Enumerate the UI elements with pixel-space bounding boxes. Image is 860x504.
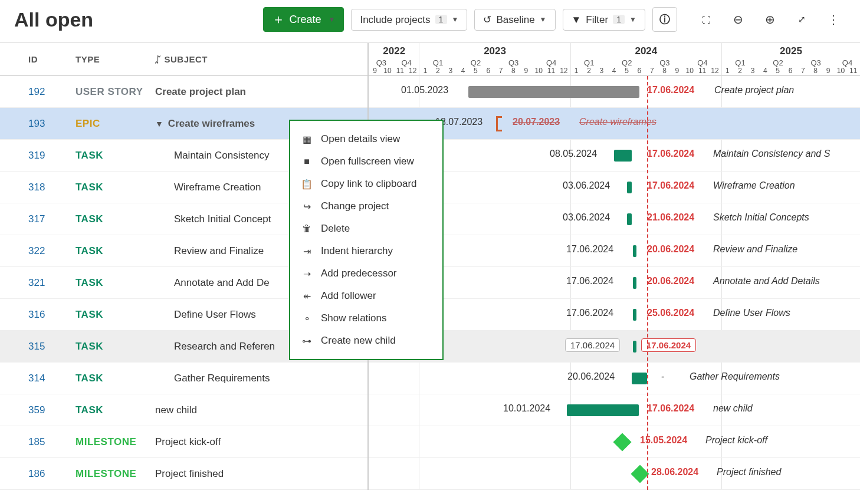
gantt-month: 9 <box>671 67 683 75</box>
start-date: 17.06.2024 <box>566 244 613 255</box>
gantt-bar[interactable] <box>627 182 632 193</box>
end-date: 17.06.2024 <box>647 403 694 414</box>
menu-item-icon: ⊶ <box>301 335 313 347</box>
context-menu-item[interactable]: ▦Open details view <box>290 128 442 150</box>
column-type[interactable]: TYPE <box>76 54 155 64</box>
info-button[interactable]: ⓘ <box>652 7 677 32</box>
plus-icon: ＋ <box>272 15 285 23</box>
include-projects-label: Include projects <box>360 15 430 25</box>
wp-subject[interactable]: Project finished <box>155 468 367 480</box>
wp-id[interactable]: 359 <box>28 404 76 416</box>
include-projects-count: 1 <box>435 15 447 24</box>
context-menu-item[interactable]: ↞Add follower <box>290 285 442 307</box>
gantt-bar[interactable] <box>633 245 636 257</box>
milestone-marker[interactable] <box>613 433 631 451</box>
table-row[interactable]: 186MILESTONEProject finished <box>0 458 367 490</box>
baseline-dropdown[interactable]: ↺ Baseline ▼ <box>474 9 555 31</box>
kebab-icon: ⋮ <box>828 12 839 27</box>
milestone-marker[interactable] <box>631 465 649 483</box>
wp-subject-text: Review and Finalize <box>174 245 264 257</box>
table-row[interactable]: 185MILESTONEProject kick-off <box>0 426 367 458</box>
gantt-year: 2023 <box>419 45 570 57</box>
gantt-bar[interactable] <box>496 116 502 131</box>
fit-button[interactable]: ⛶ <box>694 7 718 32</box>
more-menu-button[interactable]: ⋮ <box>821 7 846 32</box>
start-date: 17.06.2024 <box>565 338 620 352</box>
gantt-month: 3 <box>444 67 457 75</box>
wp-id[interactable]: 322 <box>28 245 76 257</box>
gantt-subject-label: Review and Finalize <box>713 244 797 255</box>
wp-type: TASK <box>76 150 155 162</box>
wp-id[interactable]: 193 <box>28 118 76 130</box>
wp-id[interactable]: 315 <box>28 341 76 353</box>
gantt-row[interactable]: 01.05.202317.06.2024Create project plan <box>369 76 860 108</box>
gantt-month: 10 <box>381 67 393 75</box>
gantt-bar[interactable] <box>633 341 636 353</box>
gantt-row[interactable]: 20.06.2024-Gather Requirements <box>369 363 860 394</box>
wp-id[interactable]: 192 <box>28 86 76 98</box>
wp-id[interactable]: 185 <box>28 436 76 448</box>
gantt-month: 3 <box>595 67 608 75</box>
wp-id[interactable]: 321 <box>28 277 76 289</box>
table-row[interactable]: 314TASKGather Requirements <box>0 363 367 394</box>
gantt-bar[interactable] <box>614 150 632 162</box>
wp-id[interactable]: 314 <box>28 373 76 384</box>
end-date: 20.07.2023 <box>513 117 560 127</box>
gantt-row[interactable]: 10.01.202417.06.2024new child <box>369 394 860 426</box>
column-id[interactable]: ID <box>28 54 76 64</box>
zoom-out-button[interactable]: ⊖ <box>726 7 750 32</box>
menu-item-label: Add follower <box>321 290 376 302</box>
context-menu-item[interactable]: ⚬Show relations <box>290 307 442 330</box>
chevron-down-icon[interactable]: ▼ <box>155 119 163 129</box>
gantt-subject-label: Maintain Consistency and S <box>713 149 830 159</box>
gantt-month: 4 <box>457 67 469 75</box>
wp-subject[interactable]: new child <box>155 404 367 416</box>
create-button[interactable]: ＋ Create ▼ <box>263 7 344 32</box>
gantt-bar[interactable] <box>627 213 632 225</box>
gantt-month: 6 <box>633 67 645 75</box>
context-menu-item[interactable]: 🗑Delete <box>290 218 442 240</box>
context-menu-item[interactable]: ↪Change project <box>290 195 442 218</box>
gantt-bar[interactable] <box>567 404 639 416</box>
zoom-in-button[interactable]: ⊕ <box>757 7 782 32</box>
table-row[interactable]: 192USER STORYCreate project plan <box>0 76 367 108</box>
wp-subject[interactable]: Project kick-off <box>155 436 367 448</box>
wp-subject[interactable]: Gather Requirements <box>155 373 367 384</box>
menu-item-label: Change project <box>321 200 389 212</box>
fullscreen-button[interactable]: ⤢ <box>789 7 814 32</box>
context-menu-item[interactable]: ➝Add predecessor <box>290 262 442 285</box>
column-subject[interactable]: ᛢ SUBJECT <box>155 54 367 64</box>
gantt-month: 8 <box>809 67 822 75</box>
gantt-bar[interactable] <box>633 309 636 321</box>
wp-subject-text: Define User Flows <box>174 309 256 321</box>
gantt-bar[interactable] <box>633 277 636 289</box>
wp-subject-text: Wireframe Creation <box>174 182 261 193</box>
wp-id[interactable]: 318 <box>28 182 76 193</box>
include-projects-dropdown[interactable]: Include projects 1 ▼ <box>351 9 467 31</box>
gantt-row[interactable]: 28.06.2024Project finished <box>369 458 860 490</box>
wp-id[interactable]: 316 <box>28 309 76 321</box>
baseline-label: Baseline <box>496 15 534 25</box>
context-menu-item[interactable]: ⇥Indent hierarchy <box>290 240 442 262</box>
filter-dropdown[interactable]: ▼ Filter 1 ▼ <box>563 9 646 31</box>
menu-item-label: Indent hierarchy <box>321 245 393 257</box>
gantt-year: 2025 <box>721 45 860 57</box>
gantt-row[interactable]: 15.05.2024Project kick-off <box>369 426 860 458</box>
wp-id[interactable]: 317 <box>28 213 76 225</box>
wp-id[interactable]: 319 <box>28 150 76 162</box>
context-menu-item[interactable]: 📋Copy link to clipboard <box>290 173 442 195</box>
start-date: 03.06.2024 <box>563 180 610 191</box>
gantt-month: 9 <box>520 67 532 75</box>
gantt-bar[interactable] <box>468 86 639 98</box>
context-menu-item[interactable]: ■Open fullscreen view <box>290 150 442 173</box>
table-row[interactable]: 359TASKnew child <box>0 394 367 426</box>
gantt-subject-label: Wireframe Creation <box>713 180 795 191</box>
today-line <box>647 76 648 490</box>
wp-type: MILESTONE <box>76 436 155 448</box>
gantt-month: 11 <box>696 67 708 75</box>
gantt-month: 11 <box>394 67 406 75</box>
wp-id[interactable]: 186 <box>28 468 76 480</box>
wp-subject[interactable]: Create project plan <box>155 86 367 98</box>
context-menu-item[interactable]: ⊶Create new child <box>290 330 442 352</box>
gantt-bar[interactable] <box>632 373 647 384</box>
